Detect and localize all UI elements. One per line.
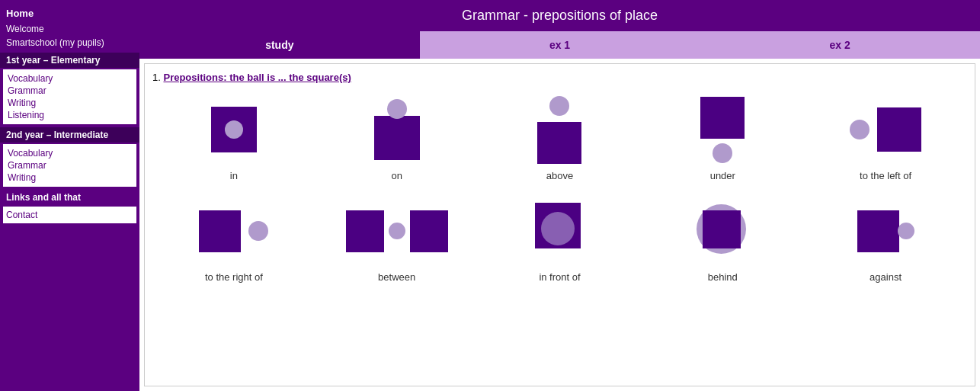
diagram-infront-shapes	[529, 203, 590, 260]
prep-item-between: between	[328, 197, 466, 283]
diagram-behind-shapes	[692, 203, 753, 260]
square-behind	[703, 210, 741, 248]
circle-right	[248, 221, 268, 241]
circle-against	[898, 223, 914, 239]
prepositions-grid: in on	[152, 95, 967, 283]
square-left	[877, 107, 921, 152]
page-header: Grammar - prepositions of place	[139, 0, 980, 31]
prepositions-row-2: to the right of between	[152, 197, 967, 283]
sidebar-links-section-label: Links and all that	[0, 190, 139, 205]
circle-on	[387, 99, 407, 119]
label-between: between	[378, 271, 415, 283]
content-title: 1. Prepositions: the ball is ... the squ…	[152, 72, 967, 83]
sidebar-item-1st-vocab[interactable]: Vocabulary	[6, 72, 133, 85]
sidebar-item-2nd-writing[interactable]: Writing	[6, 171, 133, 184]
diagram-in-shapes	[211, 107, 257, 152]
diagram-left-shapes	[850, 107, 921, 152]
diagram-in	[196, 95, 272, 164]
label-in: in	[230, 170, 238, 181]
prep-item-under: under	[654, 95, 791, 181]
prep-item-on: on	[328, 95, 466, 181]
circle-above	[549, 96, 569, 116]
circle-between	[389, 223, 405, 239]
square-right	[199, 210, 241, 252]
prep-item-behind: behind	[654, 197, 791, 283]
label-behind: behind	[708, 271, 738, 283]
main-content: Grammar - prepositions of place study ex…	[139, 0, 980, 391]
content-area: 1. Prepositions: the ball is ... the squ…	[144, 63, 975, 386]
diagram-above-shapes	[537, 96, 581, 164]
label-on: on	[391, 170, 402, 181]
label-under: under	[710, 170, 735, 181]
sidebar-item-1st-grammar[interactable]: Grammar	[6, 85, 133, 97]
sidebar-group-1st: Vocabulary Grammar Writing Listening	[3, 69, 136, 124]
sidebar-group-2nd: Vocabulary Grammar Writing	[3, 144, 136, 187]
prep-item-above: above	[491, 95, 628, 181]
label-infront: in front of	[539, 271, 580, 283]
circle-left	[850, 120, 870, 139]
section-number: 1.	[152, 72, 161, 83]
diagram-right	[196, 197, 272, 265]
square-between-right	[410, 210, 448, 252]
prep-item-against: against	[817, 197, 954, 283]
diagram-against	[847, 197, 924, 265]
prep-item-in: in	[165, 95, 303, 181]
tab-bar: study ex 1 ex 2	[139, 31, 980, 59]
page-title: Grammar - prepositions of place	[462, 8, 658, 23]
diagram-between-shapes	[346, 210, 448, 252]
sidebar-contact-group: Contact	[3, 207, 136, 223]
section-title-link[interactable]: Prepositions: the ball is ... the square…	[163, 72, 351, 83]
sidebar-item-1st-listening[interactable]: Listening	[6, 109, 133, 121]
square-above	[537, 122, 581, 164]
circle-under	[713, 143, 732, 163]
square-in	[211, 107, 257, 152]
square-on	[374, 116, 420, 160]
sidebar-home-label: Home	[0, 5, 139, 22]
label-above: above	[546, 170, 573, 181]
sidebar-section-1st: 1st year – Elementary	[0, 53, 139, 68]
diagram-above	[521, 95, 597, 164]
sidebar-section-2nd: 2nd year – Intermediate	[0, 127, 139, 143]
diagram-right-shapes	[199, 210, 268, 252]
tab-study[interactable]: study	[139, 31, 420, 59]
prep-item-right: to the right of	[165, 197, 303, 283]
prep-item-left: to the left of	[817, 95, 954, 181]
tab-ex2[interactable]: ex 2	[700, 31, 980, 59]
diagram-on	[359, 95, 435, 164]
label-right: to the right of	[205, 271, 263, 283]
diagram-left	[847, 95, 924, 164]
sidebar-contact-link[interactable]: Contact	[6, 210, 133, 220]
label-left: to the left of	[860, 170, 911, 181]
diagram-under	[684, 95, 761, 164]
label-against: against	[870, 271, 902, 283]
sidebar-link-smartschool[interactable]: Smartschool (my pupils)	[0, 36, 139, 50]
diagram-under-shapes	[700, 97, 745, 163]
diagram-between	[359, 197, 435, 265]
diagram-infront	[521, 197, 597, 265]
square-between-left	[346, 210, 384, 252]
sidebar-item-1st-writing[interactable]: Writing	[6, 97, 133, 109]
sidebar-link-welcome[interactable]: Welcome	[0, 22, 139, 36]
sidebar: Home Welcome Smartschool (my pupils) 1st…	[0, 0, 139, 391]
diagram-on-shapes	[374, 99, 420, 160]
sidebar-item-2nd-grammar[interactable]: Grammar	[6, 159, 133, 171]
diagram-behind	[684, 197, 761, 265]
diagram-against-shapes	[857, 210, 914, 252]
prepositions-row-1: in on	[152, 95, 967, 181]
prep-item-infront: in front of	[491, 197, 628, 283]
square-under	[700, 97, 745, 139]
circle-in	[225, 120, 243, 139]
tab-ex1[interactable]: ex 1	[420, 31, 700, 59]
sidebar-item-2nd-vocab[interactable]: Vocabulary	[6, 147, 133, 159]
square-against	[857, 210, 899, 252]
circle-infront	[541, 212, 575, 245]
